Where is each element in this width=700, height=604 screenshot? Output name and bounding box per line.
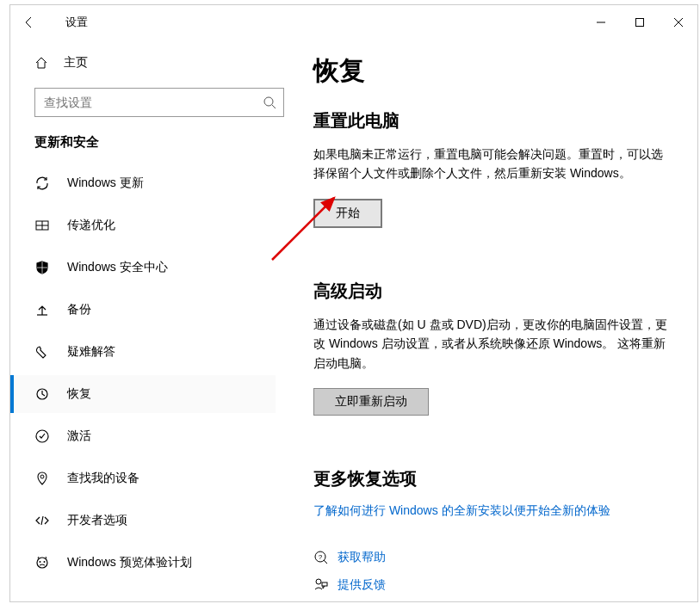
reset-heading: 重置此电脑 [313, 109, 672, 133]
svg-rect-1 [635, 19, 643, 27]
home-link[interactable]: 主页 [26, 46, 276, 79]
more-options-heading: 更多恢复选项 [313, 467, 672, 490]
content: 主页 更新和安全 Windows 更新 传递优化 Windows 安全中心 备份… [10, 40, 697, 601]
svg-point-15 [316, 579, 321, 584]
sidebar-item-label: 传递优化 [67, 218, 115, 233]
search-box[interactable] [34, 88, 284, 117]
sync-icon [34, 176, 55, 191]
activation-icon [34, 428, 55, 444]
help-icon: ? [313, 550, 338, 565]
search-icon [263, 96, 276, 109]
sidebar-item-4[interactable]: 疑难解答 [10, 333, 276, 371]
reset-section: 重置此电脑 如果电脑未正常运行，重置电脑可能会解决问题。重置时，可以选择保留个人… [313, 109, 672, 228]
sidebar-item-7[interactable]: 查找我的设备 [10, 459, 276, 497]
troubleshoot-icon [34, 344, 55, 360]
svg-rect-16 [322, 582, 327, 586]
sidebar-item-label: 备份 [67, 302, 91, 317]
shield-icon [34, 260, 55, 275]
svg-point-9 [40, 475, 44, 478]
developer-icon [34, 513, 55, 528]
sidebar-item-1[interactable]: 传递优化 [10, 206, 276, 244]
fresh-install-link[interactable]: 了解如何进行 Windows 的全新安装以便开始全新的体验 [313, 503, 610, 517]
sidebar-item-0[interactable]: Windows 更新 [10, 164, 276, 202]
titlebar: 设置 [10, 5, 697, 40]
sidebar-item-label: 查找我的设备 [67, 471, 139, 486]
svg-point-12 [44, 561, 46, 563]
sidebar-item-2[interactable]: Windows 安全中心 [10, 249, 276, 287]
sidebar-item-label: 激活 [67, 428, 91, 444]
find-device-icon [34, 471, 55, 486]
sidebar-item-6[interactable]: 激活 [10, 417, 276, 455]
maximize-button[interactable] [620, 9, 659, 35]
feedback-row[interactable]: 提供反馈 [313, 577, 672, 593]
sidebar-item-5[interactable]: 恢复 [10, 375, 276, 413]
recovery-icon [34, 386, 55, 402]
sidebar-item-3[interactable]: 备份 [10, 291, 276, 329]
delivery-icon [34, 218, 55, 233]
main-panel: 恢复 重置此电脑 如果电脑未正常运行，重置电脑可能会解决问题。重置时，可以选择保… [282, 40, 697, 601]
get-help-row[interactable]: ? 获取帮助 [313, 550, 672, 565]
settings-window: 设置 主页 [9, 4, 698, 602]
sidebar-item-label: Windows 预览体验计划 [67, 555, 192, 570]
sidebar-item-label: 恢复 [67, 386, 91, 402]
more-options-section: 更多恢复选项 了解如何进行 Windows 的全新安装以便开始全新的体验 [313, 467, 672, 519]
sidebar-item-label: 开发者选项 [67, 513, 127, 528]
sidebar-item-label: Windows 安全中心 [67, 260, 168, 275]
advanced-restart-button[interactable]: 立即重新启动 [313, 388, 429, 416]
home-icon [34, 56, 53, 70]
svg-point-10 [37, 558, 47, 568]
window-controls [581, 9, 697, 35]
sidebar-item-9[interactable]: Windows 预览体验计划 [10, 544, 276, 582]
svg-line-5 [272, 105, 276, 108]
sidebar-item-label: 疑难解答 [67, 344, 115, 360]
page-title: 恢复 [313, 53, 672, 89]
sidebar-item-label: Windows 更新 [67, 176, 144, 191]
nav-list: Windows 更新 传递优化 Windows 安全中心 备份 疑难解答 恢复 … [26, 164, 276, 582]
svg-point-4 [264, 97, 273, 106]
back-button[interactable] [14, 7, 45, 38]
advanced-description: 通过设备或磁盘(如 U 盘或 DVD)启动，更改你的电脑固件设置，更改 Wind… [313, 315, 672, 373]
svg-point-11 [40, 561, 41, 563]
backup-icon [34, 302, 55, 317]
category-heading: 更新和安全 [26, 134, 276, 151]
advanced-section: 高级启动 通过设备或磁盘(如 U 盘或 DVD)启动，更改你的电脑固件设置，更改… [313, 280, 672, 416]
reset-description: 如果电脑未正常运行，重置电脑可能会解决问题。重置时，可以选择保留个人文件或删除个… [313, 145, 672, 183]
help-links: ? 获取帮助 提供反馈 [313, 550, 672, 593]
reset-start-button[interactable]: 开始 [313, 199, 382, 228]
home-label: 主页 [64, 55, 88, 71]
insider-icon [34, 555, 55, 570]
advanced-heading: 高级启动 [313, 280, 672, 303]
search-input[interactable] [35, 89, 283, 116]
feedback-icon [313, 577, 338, 593]
close-button[interactable] [659, 9, 697, 35]
minimize-button[interactable] [581, 9, 620, 35]
feedback-link: 提供反馈 [338, 577, 386, 593]
sidebar: 主页 更新和安全 Windows 更新 传递优化 Windows 安全中心 备份… [10, 40, 282, 601]
window-title: 设置 [65, 15, 88, 30]
sidebar-item-8[interactable]: 开发者选项 [10, 502, 276, 539]
get-help-link: 获取帮助 [338, 550, 386, 565]
svg-text:?: ? [319, 553, 323, 561]
